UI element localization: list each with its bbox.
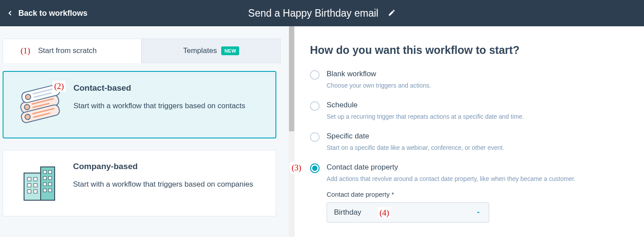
chevron-left-icon xyxy=(6,9,14,17)
tab-start-from-scratch[interactable]: (1) Start from scratch xyxy=(3,39,142,63)
option-desc: Start on a specific date like a webinar,… xyxy=(327,143,504,152)
card-title: Contact-based xyxy=(73,83,245,93)
option-desc: Choose your own triggers and actions. xyxy=(327,81,431,90)
radio-blank[interactable] xyxy=(310,70,320,80)
option-title: Blank workflow xyxy=(327,70,431,78)
svg-rect-14 xyxy=(28,177,31,181)
contact-date-property-field: Contact date property * Birthday (4) xyxy=(327,191,627,223)
option-schedule[interactable]: Schedule Set up a recurring trigger that… xyxy=(310,101,627,121)
option-title: Contact date property xyxy=(327,163,575,172)
svg-rect-17 xyxy=(34,184,37,187)
annotation-4: (4) xyxy=(378,207,391,219)
svg-rect-22 xyxy=(43,177,46,180)
card-title: Company-based xyxy=(73,162,253,171)
content: (1) Start from scratch Templates NEW (2) xyxy=(0,26,644,237)
tab-label-scratch: Start from scratch xyxy=(38,46,97,55)
svg-rect-19 xyxy=(34,190,37,193)
svg-rect-23 xyxy=(49,177,52,180)
card-body: Company-based Start with a workflow that… xyxy=(73,162,253,204)
contact-date-property-select[interactable]: Birthday (4) xyxy=(327,202,489,223)
back-to-workflows-link[interactable]: Back to workflows xyxy=(6,9,87,18)
svg-rect-21 xyxy=(49,170,52,173)
option-title: Specific date xyxy=(327,132,504,141)
card-company-based[interactable]: Company-based Start with a workflow that… xyxy=(3,150,276,216)
option-desc: Set up a recurring trigger that repeats … xyxy=(327,112,524,121)
option-contact-date-property[interactable]: (3) Contact date property Add actions th… xyxy=(310,163,627,184)
contact-card-icon xyxy=(14,83,63,125)
tab-templates[interactable]: Templates NEW xyxy=(142,39,281,63)
radio-contact-date-property[interactable] xyxy=(310,163,320,173)
radio-text: Contact date property Add actions that r… xyxy=(327,163,575,184)
svg-rect-24 xyxy=(43,183,46,186)
back-label: Back to workflows xyxy=(18,9,87,18)
edit-title-button[interactable] xyxy=(388,7,396,19)
option-title: Schedule xyxy=(327,101,524,110)
svg-rect-12 xyxy=(24,173,42,200)
pencil-icon xyxy=(388,9,396,17)
caret-down-icon xyxy=(475,209,482,216)
field-label: Contact date property * xyxy=(327,191,627,198)
card-body: Contact-based Start with a workflow that… xyxy=(73,83,245,125)
scrollbar-track[interactable] xyxy=(289,26,295,237)
tab-label-templates: Templates xyxy=(183,46,217,55)
option-blank-workflow[interactable]: Blank workflow Choose your own triggers … xyxy=(310,70,627,90)
card-desc: Start with a workflow that triggers base… xyxy=(73,100,245,112)
workflow-title: Send a Happy Birthday email xyxy=(248,7,379,19)
option-specific-date[interactable]: Specific date Start on a specific date l… xyxy=(310,132,627,152)
left-panel: (1) Start from scratch Templates NEW (2) xyxy=(0,26,292,237)
select-value: Birthday xyxy=(334,208,361,217)
svg-rect-27 xyxy=(49,189,52,192)
svg-rect-26 xyxy=(43,189,46,192)
svg-rect-20 xyxy=(43,170,46,173)
right-panel: How do you want this workflow to start? … xyxy=(292,26,644,237)
svg-rect-15 xyxy=(34,177,37,181)
company-card-icon xyxy=(14,162,63,204)
radio-text: Blank workflow Choose your own triggers … xyxy=(327,70,431,90)
radio-specific-date[interactable] xyxy=(310,132,320,142)
annotation-1: (1) xyxy=(19,45,32,57)
svg-rect-16 xyxy=(28,184,31,187)
svg-rect-18 xyxy=(28,190,31,193)
new-badge: NEW xyxy=(221,46,239,55)
workflow-type-cards: (2) xyxy=(3,71,276,216)
radio-text: Specific date Start on a specific date l… xyxy=(327,132,504,152)
card-desc: Start with a workflow that triggers base… xyxy=(73,178,253,191)
radio-text: Schedule Set up a recurring trigger that… xyxy=(327,101,524,121)
panel-heading: How do you want this workflow to start? xyxy=(310,44,627,57)
workflow-title-area: Send a Happy Birthday email xyxy=(248,0,396,26)
svg-rect-25 xyxy=(49,183,52,186)
top-bar: Back to workflows Send a Happy Birthday … xyxy=(0,0,644,26)
radio-schedule[interactable] xyxy=(310,101,320,111)
scrollbar-thumb[interactable] xyxy=(289,26,294,131)
svg-rect-13 xyxy=(41,167,55,200)
option-desc: Add actions that revolve around a contac… xyxy=(327,174,575,184)
creation-tabs: (1) Start from scratch Templates NEW xyxy=(3,39,286,63)
card-contact-based[interactable]: (2) xyxy=(3,71,276,138)
